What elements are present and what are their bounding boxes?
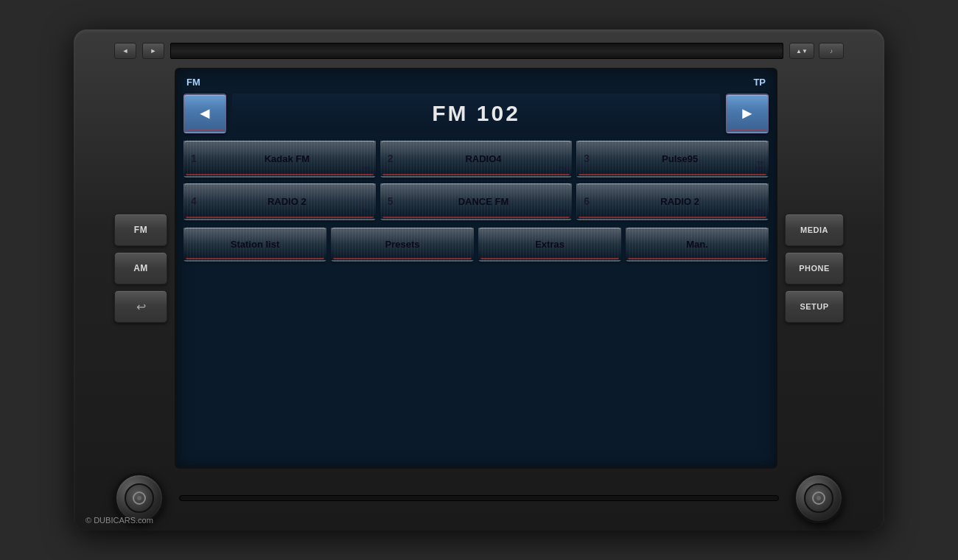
function-buttons: Station listPresetsExtrasMan. xyxy=(183,226,769,262)
preset-number-1: 1 xyxy=(191,153,203,164)
preset-name-1: Kadak FM xyxy=(206,153,368,164)
phone-button[interactable]: PHONE xyxy=(785,252,844,284)
music-button[interactable]: ♪ xyxy=(819,43,844,59)
preset-button-3[interactable]: 3Pulse95TPFM xyxy=(576,139,769,178)
eject-button[interactable]: ▲▼ xyxy=(789,43,814,59)
function-button-station-list[interactable]: Station list xyxy=(183,226,326,262)
preset-name-3: Pulse95 xyxy=(598,153,761,164)
preset-badge-1: FM xyxy=(362,166,371,172)
preset-badge-6: FM xyxy=(755,209,763,214)
preset-number-5: 5 xyxy=(388,195,399,207)
tune-next-button[interactable]: ► xyxy=(726,94,769,133)
preset-number-4: 4 xyxy=(191,195,203,207)
car-radio-unit: ◄ ► ▲▼ ♪ FM AM ↩ FM TP ◄ FM 102 ► xyxy=(74,29,884,531)
power-icon xyxy=(133,491,146,505)
screen-header: FM TP xyxy=(183,77,769,88)
preset-name-6: RADIO 2 xyxy=(598,196,761,207)
fm-mode-label: FM xyxy=(186,77,200,88)
tune-prev-button[interactable]: ◄ xyxy=(183,94,226,133)
preset-name-4: RADIO 2 xyxy=(206,196,368,207)
preset-number-3: 3 xyxy=(584,153,595,164)
preset-button-2[interactable]: 2RADIO4FM xyxy=(380,139,573,178)
presets-grid: 1Kadak FMFM2RADIO4FM3Pulse95TPFM4RADIO 2… xyxy=(183,139,769,220)
preset-badge-3: TPFM xyxy=(755,161,763,172)
left-panel: FM AM ↩ xyxy=(114,68,167,469)
current-station-display: FM 102 xyxy=(232,94,720,133)
right-knob-inner xyxy=(804,483,833,513)
left-knob-inner xyxy=(125,483,154,513)
preset-name-2: RADIO4 xyxy=(402,153,565,164)
preset-badge-4: FM xyxy=(362,209,371,214)
radio-screen: FM TP ◄ FM 102 ► 1Kadak FMFM2RADIO4FM3Pu… xyxy=(175,68,777,469)
preset-number-2: 2 xyxy=(388,153,399,164)
preset-badge-5: FM xyxy=(559,209,567,214)
tp-label: TP xyxy=(753,77,766,88)
volume-icon xyxy=(812,491,825,505)
am-button[interactable]: AM xyxy=(114,252,167,284)
function-button-man.[interactable]: Man. xyxy=(626,226,769,262)
preset-name-5: DANCE FM xyxy=(402,196,565,207)
function-button-presets[interactable]: Presets xyxy=(331,226,474,262)
setup-button[interactable]: SETUP xyxy=(785,290,844,323)
cd-slot xyxy=(170,43,783,59)
next-track-button[interactable]: ► xyxy=(142,43,164,59)
preset-button-6[interactable]: 6RADIO 2FM xyxy=(576,182,769,220)
back-button[interactable]: ↩ xyxy=(114,290,167,323)
right-panel: MEDIA PHONE SETUP xyxy=(785,68,844,469)
preset-badge-2: FM xyxy=(559,166,567,172)
cd-slot-bottom xyxy=(179,495,779,501)
media-button[interactable]: MEDIA xyxy=(785,214,844,246)
prev-track-button[interactable]: ◄ xyxy=(114,43,136,59)
watermark: © DUBICARS.com xyxy=(85,516,153,525)
preset-number-6: 6 xyxy=(584,195,595,207)
top-right-buttons: ▲▼ ♪ xyxy=(789,43,844,59)
preset-button-1[interactable]: 1Kadak FMFM xyxy=(183,139,376,178)
preset-button-5[interactable]: 5DANCE FMFM xyxy=(380,182,573,220)
top-strip: ◄ ► ▲▼ ♪ xyxy=(114,43,844,59)
function-button-extras[interactable]: Extras xyxy=(478,226,621,262)
bottom-strip xyxy=(114,469,844,523)
fm-button[interactable]: FM xyxy=(114,214,167,246)
right-knob[interactable] xyxy=(794,473,844,523)
main-body: FM AM ↩ FM TP ◄ FM 102 ► 1Kadak FMFM2RAD… xyxy=(114,68,844,469)
tuner-row: ◄ FM 102 ► xyxy=(183,94,769,133)
preset-button-4[interactable]: 4RADIO 2FM xyxy=(183,182,376,220)
